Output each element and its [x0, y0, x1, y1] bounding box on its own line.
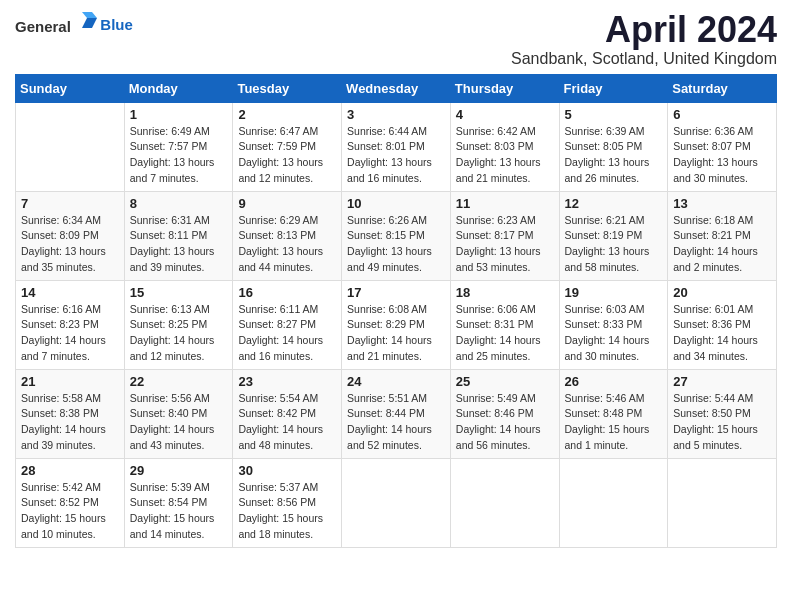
- calendar-cell: 5Sunrise: 6:39 AMSunset: 8:05 PMDaylight…: [559, 102, 668, 191]
- calendar-cell: 27Sunrise: 5:44 AMSunset: 8:50 PMDayligh…: [668, 369, 777, 458]
- day-number: 21: [21, 374, 119, 389]
- calendar-cell: 7Sunrise: 6:34 AMSunset: 8:09 PMDaylight…: [16, 191, 125, 280]
- calendar-cell: 20Sunrise: 6:01 AMSunset: 8:36 PMDayligh…: [668, 280, 777, 369]
- day-info: Sunrise: 6:11 AMSunset: 8:27 PMDaylight:…: [238, 302, 336, 365]
- day-info: Sunrise: 6:06 AMSunset: 8:31 PMDaylight:…: [456, 302, 554, 365]
- calendar-cell: 8Sunrise: 6:31 AMSunset: 8:11 PMDaylight…: [124, 191, 233, 280]
- calendar-cell: 12Sunrise: 6:21 AMSunset: 8:19 PMDayligh…: [559, 191, 668, 280]
- day-number: 11: [456, 196, 554, 211]
- calendar-cell: 18Sunrise: 6:06 AMSunset: 8:31 PMDayligh…: [450, 280, 559, 369]
- day-number: 13: [673, 196, 771, 211]
- week-row-4: 28Sunrise: 5:42 AMSunset: 8:52 PMDayligh…: [16, 458, 777, 547]
- day-number: 17: [347, 285, 445, 300]
- day-info: Sunrise: 5:56 AMSunset: 8:40 PMDaylight:…: [130, 391, 228, 454]
- calendar-cell: 29Sunrise: 5:39 AMSunset: 8:54 PMDayligh…: [124, 458, 233, 547]
- day-number: 9: [238, 196, 336, 211]
- day-number: 5: [565, 107, 663, 122]
- weekday-header-saturday: Saturday: [668, 74, 777, 102]
- day-number: 20: [673, 285, 771, 300]
- week-row-3: 21Sunrise: 5:58 AMSunset: 8:38 PMDayligh…: [16, 369, 777, 458]
- calendar-cell: 2Sunrise: 6:47 AMSunset: 7:59 PMDaylight…: [233, 102, 342, 191]
- day-info: Sunrise: 6:36 AMSunset: 8:07 PMDaylight:…: [673, 124, 771, 187]
- calendar-cell: 19Sunrise: 6:03 AMSunset: 8:33 PMDayligh…: [559, 280, 668, 369]
- weekday-header-tuesday: Tuesday: [233, 74, 342, 102]
- day-number: 10: [347, 196, 445, 211]
- calendar-cell: 30Sunrise: 5:37 AMSunset: 8:56 PMDayligh…: [233, 458, 342, 547]
- day-info: Sunrise: 6:44 AMSunset: 8:01 PMDaylight:…: [347, 124, 445, 187]
- day-number: 1: [130, 107, 228, 122]
- calendar-cell: 26Sunrise: 5:46 AMSunset: 8:48 PMDayligh…: [559, 369, 668, 458]
- logo-blue-text: Blue: [100, 16, 133, 33]
- calendar-cell: 3Sunrise: 6:44 AMSunset: 8:01 PMDaylight…: [342, 102, 451, 191]
- day-number: 27: [673, 374, 771, 389]
- day-number: 16: [238, 285, 336, 300]
- calendar-cell: 21Sunrise: 5:58 AMSunset: 8:38 PMDayligh…: [16, 369, 125, 458]
- calendar-cell: [342, 458, 451, 547]
- day-info: Sunrise: 5:44 AMSunset: 8:50 PMDaylight:…: [673, 391, 771, 454]
- day-number: 23: [238, 374, 336, 389]
- calendar-cell: 11Sunrise: 6:23 AMSunset: 8:17 PMDayligh…: [450, 191, 559, 280]
- weekday-header-monday: Monday: [124, 74, 233, 102]
- day-number: 14: [21, 285, 119, 300]
- day-number: 4: [456, 107, 554, 122]
- calendar-cell: 23Sunrise: 5:54 AMSunset: 8:42 PMDayligh…: [233, 369, 342, 458]
- weekday-header-row: SundayMondayTuesdayWednesdayThursdayFrid…: [16, 74, 777, 102]
- logo: General Blue: [15, 14, 133, 36]
- calendar-cell: 10Sunrise: 6:26 AMSunset: 8:15 PMDayligh…: [342, 191, 451, 280]
- calendar-cell: 14Sunrise: 6:16 AMSunset: 8:23 PMDayligh…: [16, 280, 125, 369]
- day-number: 15: [130, 285, 228, 300]
- day-info: Sunrise: 5:54 AMSunset: 8:42 PMDaylight:…: [238, 391, 336, 454]
- day-number: 30: [238, 463, 336, 478]
- calendar-cell: [668, 458, 777, 547]
- day-number: 29: [130, 463, 228, 478]
- day-info: Sunrise: 6:39 AMSunset: 8:05 PMDaylight:…: [565, 124, 663, 187]
- calendar-cell: [559, 458, 668, 547]
- day-number: 2: [238, 107, 336, 122]
- calendar-cell: 6Sunrise: 6:36 AMSunset: 8:07 PMDaylight…: [668, 102, 777, 191]
- day-info: Sunrise: 6:29 AMSunset: 8:13 PMDaylight:…: [238, 213, 336, 276]
- calendar-cell: 25Sunrise: 5:49 AMSunset: 8:46 PMDayligh…: [450, 369, 559, 458]
- weekday-header-wednesday: Wednesday: [342, 74, 451, 102]
- day-number: 7: [21, 196, 119, 211]
- day-info: Sunrise: 5:58 AMSunset: 8:38 PMDaylight:…: [21, 391, 119, 454]
- day-info: Sunrise: 6:34 AMSunset: 8:09 PMDaylight:…: [21, 213, 119, 276]
- day-info: Sunrise: 6:18 AMSunset: 8:21 PMDaylight:…: [673, 213, 771, 276]
- month-title: April 2024: [511, 10, 777, 50]
- day-number: 12: [565, 196, 663, 211]
- day-info: Sunrise: 6:21 AMSunset: 8:19 PMDaylight:…: [565, 213, 663, 276]
- calendar-cell: 9Sunrise: 6:29 AMSunset: 8:13 PMDaylight…: [233, 191, 342, 280]
- logo-icon: [78, 10, 100, 32]
- day-info: Sunrise: 6:49 AMSunset: 7:57 PMDaylight:…: [130, 124, 228, 187]
- calendar-cell: [450, 458, 559, 547]
- logo-general-text: General: [15, 18, 71, 35]
- calendar-cell: 28Sunrise: 5:42 AMSunset: 8:52 PMDayligh…: [16, 458, 125, 547]
- calendar-cell: 22Sunrise: 5:56 AMSunset: 8:40 PMDayligh…: [124, 369, 233, 458]
- day-number: 24: [347, 374, 445, 389]
- day-info: Sunrise: 6:16 AMSunset: 8:23 PMDaylight:…: [21, 302, 119, 365]
- header: General Blue April 2024 Sandbank, Scotla…: [15, 10, 777, 68]
- calendar-cell: 4Sunrise: 6:42 AMSunset: 8:03 PMDaylight…: [450, 102, 559, 191]
- day-info: Sunrise: 6:26 AMSunset: 8:15 PMDaylight:…: [347, 213, 445, 276]
- day-number: 3: [347, 107, 445, 122]
- day-info: Sunrise: 5:42 AMSunset: 8:52 PMDaylight:…: [21, 480, 119, 543]
- day-number: 26: [565, 374, 663, 389]
- week-row-1: 7Sunrise: 6:34 AMSunset: 8:09 PMDaylight…: [16, 191, 777, 280]
- day-number: 25: [456, 374, 554, 389]
- day-info: Sunrise: 6:42 AMSunset: 8:03 PMDaylight:…: [456, 124, 554, 187]
- day-info: Sunrise: 5:46 AMSunset: 8:48 PMDaylight:…: [565, 391, 663, 454]
- day-info: Sunrise: 6:13 AMSunset: 8:25 PMDaylight:…: [130, 302, 228, 365]
- day-info: Sunrise: 6:01 AMSunset: 8:36 PMDaylight:…: [673, 302, 771, 365]
- day-number: 8: [130, 196, 228, 211]
- day-info: Sunrise: 5:51 AMSunset: 8:44 PMDaylight:…: [347, 391, 445, 454]
- day-number: 28: [21, 463, 119, 478]
- week-row-0: 1Sunrise: 6:49 AMSunset: 7:57 PMDaylight…: [16, 102, 777, 191]
- day-info: Sunrise: 6:23 AMSunset: 8:17 PMDaylight:…: [456, 213, 554, 276]
- calendar-cell: 17Sunrise: 6:08 AMSunset: 8:29 PMDayligh…: [342, 280, 451, 369]
- svg-marker-1: [82, 12, 97, 18]
- day-number: 19: [565, 285, 663, 300]
- calendar-cell: 13Sunrise: 6:18 AMSunset: 8:21 PMDayligh…: [668, 191, 777, 280]
- day-number: 6: [673, 107, 771, 122]
- day-info: Sunrise: 6:08 AMSunset: 8:29 PMDaylight:…: [347, 302, 445, 365]
- day-number: 22: [130, 374, 228, 389]
- calendar-cell: 24Sunrise: 5:51 AMSunset: 8:44 PMDayligh…: [342, 369, 451, 458]
